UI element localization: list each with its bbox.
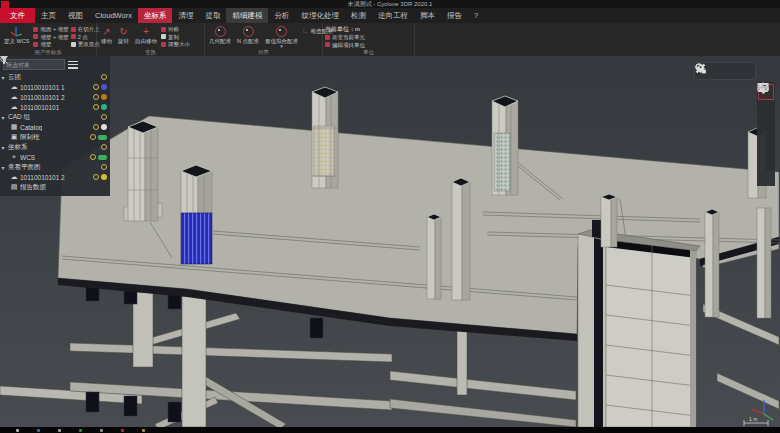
taskbar-icon[interactable] [100,429,103,432]
caret-icon[interactable]: ▾ [0,144,6,151]
duplicate-button[interactable]: 复制 [161,34,190,41]
tab-coordinate-system[interactable]: 坐标系 [138,8,173,23]
tab-analysis[interactable]: 分析 [268,8,295,23]
visibility-toggle-icon[interactable] [101,164,107,170]
tree-item-wcs[interactable]: ⌖ WCS [0,152,110,162]
visibility-toggle-icon[interactable] [101,114,107,120]
define-wcs-button[interactable]: 定义 WCS [2,24,31,49]
geometric-registration-button[interactable]: 几何配准 [207,24,233,49]
tab-reverse-engineering[interactable]: 逆向工程 [372,8,414,23]
tree-item-cloud-2[interactable]: ☁ 10110010101 2 [0,92,110,102]
visibility-toggle-icon[interactable] [90,134,96,140]
rotate-icon: ↻ [119,25,127,38]
ground-wall-label: 地面 + 墙壁 [40,26,68,33]
tree-group-coordinate-systems[interactable]: ▾ 坐标系 [0,142,110,152]
current-unit-text: 当前单位：m [325,25,365,33]
rescale-button[interactable]: 调整大小 [161,41,190,48]
visibility-toggle-icon[interactable] [93,104,99,110]
cloud-icon: ☁ [10,83,18,91]
tab-report[interactable]: 报告 [441,8,468,23]
green-toggle[interactable] [98,155,107,160]
wall-button[interactable]: 墙壁 [33,41,68,48]
caret-icon[interactable]: ▾ [0,164,6,171]
panel-menu-icon[interactable] [68,61,78,69]
window-title: 未满测试 - Cyclone 3DR 2020.1 [0,0,780,8]
title-bar: 未满测试 - Cyclone 3DR 2020.1 [0,0,780,8]
translate-icon: ↗ [102,25,110,38]
tree-group-cad[interactable]: ▾ CAD 组 [0,112,110,122]
layers-tool[interactable] [758,169,774,185]
orbit-tool[interactable] [758,135,774,151]
ground-wall-icon [33,27,38,32]
green-toggle[interactable] [98,135,107,140]
tree-group-clouds[interactable]: ▾ 云团 [0,72,110,82]
magnifier-icon[interactable] [0,56,8,64]
duplicate-label: 复制 [168,34,179,41]
translate-button[interactable]: ↗ 移动 [99,24,114,49]
tab-texturing[interactable]: 纹理化处理 [295,8,345,23]
object-tree-panel: ▾ 云团 ☁ 10110010101 1 ☁ 10110010101 2 ☁ 1… [0,56,110,196]
visibility-toggle-icon[interactable] [93,84,99,90]
free-move-button[interactable]: + 自由移动 [133,24,159,49]
tree-item-report-data[interactable]: ▤ 报告数据 [0,182,110,192]
tab-script[interactable]: 脚本 [414,8,441,23]
wall-wall-button[interactable]: 墙壁 + 墙壁 [33,34,68,41]
color-dot [101,104,107,110]
change-unit-button[interactable]: 改变当前单元 [325,34,365,41]
taskbar-icon[interactable] [58,429,61,432]
visibility-toggle-icon[interactable] [93,94,99,100]
visibility-toggle-icon[interactable] [93,174,99,180]
two-points-button[interactable]: 2 点 [71,34,100,41]
taskbar-icon[interactable] [121,429,124,432]
caret-icon[interactable]: ▾ [0,74,6,81]
color-dot [101,94,107,100]
taskbar-icon[interactable] [37,429,40,432]
tab-view[interactable]: 视图 [62,8,89,23]
n-point-registration-button[interactable]: N 点配准 [235,24,261,49]
rotate-button[interactable]: ↻ 旋转 [116,24,131,49]
ribbon: 定义 WCS 地面 + 墙壁 墙壁 + 墙壁 墙壁 在切片上 2 点 更改原点 … [0,23,780,57]
tree-item-limit-box[interactable]: ▣ 限制框 [0,132,110,142]
tab-extract[interactable]: 提取 [199,8,226,23]
taskbar-icon[interactable] [16,429,19,432]
edit-project-units-button[interactable]: 编辑项目单位 [325,42,365,49]
caret-icon[interactable]: ▾ [0,114,6,121]
taskbar-icon[interactable] [79,429,82,432]
tab-cloudworx[interactable]: CloudWorx [89,8,138,23]
tab-file[interactable]: 文件 [0,8,35,23]
taskbar-icon[interactable] [142,429,145,432]
distance-tool[interactable] [758,118,774,134]
change-origin-button[interactable]: 更改原点 [71,41,100,48]
3d-viewport-scene[interactable]: 1 m [0,56,780,427]
pan-tool[interactable] [758,101,774,117]
tab-inspection[interactable]: 检测 [345,8,372,23]
tab-fine-modeling[interactable]: 精细建模 [226,8,268,23]
ground-wall-button[interactable]: 地面 + 墙壁 [33,26,68,33]
wall-wall-label: 墙壁 + 墙壁 [40,34,68,41]
model-column-a [124,121,162,221]
visibility-toggle-icon[interactable] [101,74,107,80]
tree-group-view-plans[interactable]: ▾ 查看平面图 [0,162,110,172]
fly-tool[interactable] [758,152,774,168]
ucs-col1: 地面 + 墙壁 墙壁 + 墙壁 墙壁 [33,24,68,49]
tab-home[interactable]: 主页 [35,8,62,23]
tree-item-catalog[interactable]: ▦ Catalog [0,122,110,132]
best-fit-registration-button[interactable]: 最佳拟合配准 ▾ [263,24,300,49]
visibility-toggle-icon[interactable] [90,154,96,160]
tree-item-cloud-1[interactable]: ☁ 10110010101 1 [0,82,110,92]
tab-help[interactable]: ? [468,8,484,23]
mirror-button[interactable]: 对称 [161,26,190,33]
visibility-toggle-icon[interactable] [93,124,99,130]
windows-taskbar[interactable] [0,427,780,433]
tree-item-cloud-4[interactable]: ☁ 10110010101 2 [0,172,110,182]
viewport: 1 m ▾ 云团 ☁ 10110010101 1 ☁ 10110010101 2… [0,56,780,427]
tab-clean[interactable]: 清理 [172,8,199,23]
tree-item-cloud-3[interactable]: ☁ 10110010101 [0,102,110,112]
image-icon: ▦ [10,123,18,131]
filter-objects-input[interactable] [3,59,65,70]
visibility-toggle-icon[interactable] [101,144,107,150]
free-move-icon: + [143,25,149,38]
tag-icon[interactable] [695,63,706,74]
on-slice-button[interactable]: 在切片上 [71,26,100,33]
change-unit-label: 改变当前单元 [332,34,365,41]
